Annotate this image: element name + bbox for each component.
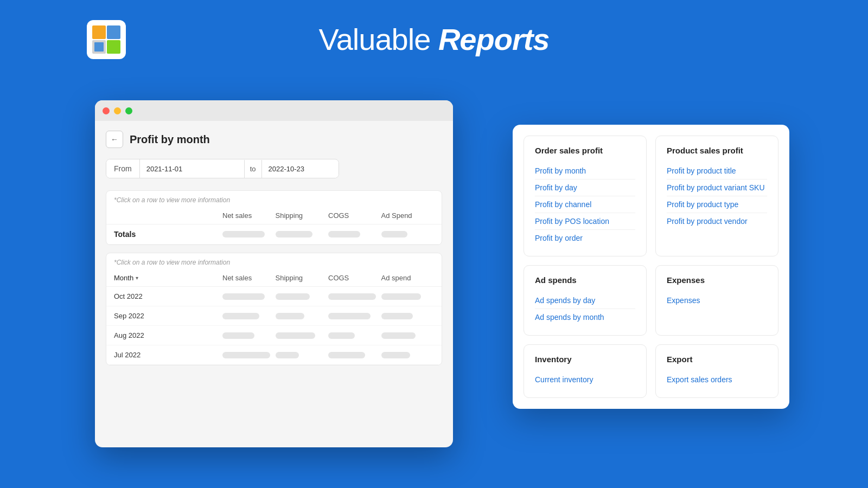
th-month-label: Month	[114, 274, 133, 282]
sep-adspend	[381, 313, 413, 319]
aug-cogs	[328, 332, 355, 339]
page-title: Profit by month	[130, 133, 210, 146]
jul-netsales	[222, 352, 270, 358]
aug-shipping	[276, 332, 315, 339]
menu-section-inventory: Inventory Current inventory	[524, 344, 647, 398]
aug-netsales	[222, 332, 254, 339]
oct-netsales	[222, 293, 265, 300]
menu-item-export-sales-orders[interactable]: Export sales orders	[667, 371, 767, 388]
menu-item-ad-spends-month[interactable]: Ad spends by month	[535, 309, 635, 325]
product-profit-title: Product sales profit	[667, 146, 767, 155]
th-adspend: Ad Spend	[381, 211, 435, 220]
totals-hint: *Click on a row to view more information	[106, 191, 442, 207]
back-icon: ←	[111, 135, 118, 144]
main-table-header: Month ▾ Net sales Shipping COGS Ad spend	[106, 269, 442, 287]
menu-section-order-profit: Order sales profit Profit by month Profi…	[524, 136, 647, 256]
inventory-title: Inventory	[535, 355, 635, 364]
menu-item-profit-day[interactable]: Profit by day	[535, 179, 635, 196]
window-dot-yellow[interactable]	[114, 107, 121, 114]
to-date-input[interactable]	[262, 160, 339, 178]
logo-cell-1	[92, 25, 106, 39]
totals-cogs-skeleton	[328, 231, 360, 237]
th-month[interactable]: Month ▾	[114, 274, 222, 282]
logo-cell-3	[92, 40, 106, 54]
month-jul2022: Jul 2022	[114, 351, 222, 359]
totals-table-section: *Click on a row to view more information…	[106, 190, 442, 245]
expenses-title: Expenses	[667, 275, 767, 285]
month-aug2022: Aug 2022	[114, 331, 222, 339]
totals-table-header: Net sales Shipping COGS Ad Spend	[106, 207, 442, 224]
menu-item-profit-channel[interactable]: Profit by channel	[535, 196, 635, 213]
month-oct2022: Oct 2022	[114, 292, 222, 300]
menu-section-export: Export Export sales orders	[655, 344, 778, 398]
to-label: to	[244, 160, 262, 178]
back-button[interactable]: ←	[106, 131, 123, 148]
totals-label: Totals	[114, 230, 222, 239]
th-cogs: COGS	[328, 211, 381, 220]
order-profit-title: Order sales profit	[535, 146, 635, 155]
menu-item-profit-vendor[interactable]: Profit by product vendor	[667, 213, 767, 229]
menu-item-profit-sku[interactable]: Profit by product variant SKU	[667, 179, 767, 196]
menu-item-expenses[interactable]: Expenses	[667, 292, 767, 309]
sort-icon: ▾	[136, 275, 138, 281]
main-table-section: *Click on a row to view more information…	[106, 253, 442, 365]
export-title: Export	[667, 355, 767, 364]
window-dot-red[interactable]	[103, 107, 110, 114]
sep-shipping	[276, 313, 305, 319]
th-adspend-main: Ad spend	[381, 274, 435, 282]
page-heading: Valuable Reports	[319, 22, 550, 57]
totals-row[interactable]: Totals	[106, 224, 442, 245]
jul-cogs	[328, 352, 365, 358]
menu-section-product-profit: Product sales profit Profit by product t…	[655, 136, 778, 256]
th-empty	[114, 211, 222, 220]
jul-adspend	[381, 352, 411, 358]
logo-area	[87, 20, 126, 59]
menu-item-profit-month[interactable]: Profit by month	[535, 163, 635, 179]
menu-item-current-inventory[interactable]: Current inventory	[535, 371, 635, 388]
aug-adspend	[381, 332, 416, 339]
sep-cogs	[328, 313, 371, 319]
jul-shipping	[276, 352, 299, 358]
header: Valuable Reports	[0, 0, 868, 73]
menu-item-profit-type[interactable]: Profit by product type	[667, 196, 767, 213]
title-light: Valuable	[319, 22, 438, 56]
logo-cell-2	[107, 25, 120, 39]
menu-item-ad-spends-day[interactable]: Ad spends by day	[535, 292, 635, 309]
oct-shipping	[276, 293, 310, 300]
th-netsales: Net sales	[222, 211, 276, 220]
from-date-input[interactable]	[140, 160, 244, 178]
totals-adspend-skeleton	[381, 231, 408, 237]
dropdown-panel: Order sales profit Profit by month Profi…	[513, 125, 789, 409]
row-aug2022[interactable]: Aug 2022	[106, 326, 442, 345]
oct-cogs	[328, 293, 376, 300]
menu-item-profit-order[interactable]: Profit by order	[535, 230, 635, 246]
browser-window: ← Profit by month From to Refresh *Click…	[95, 100, 453, 447]
logo-cell-4	[107, 40, 120, 54]
ad-spends-title: Ad spends	[535, 275, 635, 285]
title-bold: Reports	[438, 22, 550, 56]
row-jul2022[interactable]: Jul 2022	[106, 345, 442, 365]
window-dot-green[interactable]	[125, 107, 132, 114]
th-shipping: Shipping	[276, 211, 329, 220]
month-sep2022: Sep 2022	[114, 312, 222, 320]
window-content: ← Profit by month From to Refresh *Click…	[95, 121, 453, 447]
menu-item-profit-product-title[interactable]: Profit by product title	[667, 163, 767, 179]
oct-adspend	[381, 293, 421, 300]
row-sep2022[interactable]: Sep 2022	[106, 306, 442, 326]
filter-bar: From to Refresh	[106, 159, 339, 178]
th-netsales-main: Net sales	[222, 274, 276, 282]
main-hint: *Click on a row to view more information	[106, 253, 442, 269]
logo-inner	[92, 25, 120, 54]
menu-item-profit-pos[interactable]: Profit by POS location	[535, 213, 635, 230]
sep-netsales	[222, 313, 259, 319]
totals-netsales-skeleton	[222, 231, 265, 237]
menu-section-ad-spends: Ad spends Ad spends by day Ad spends by …	[524, 265, 647, 336]
th-cogs-main: COGS	[328, 274, 381, 282]
totals-shipping-skeleton	[276, 231, 312, 237]
th-shipping-main: Shipping	[276, 274, 329, 282]
logo-box	[87, 20, 126, 59]
window-titlebar	[95, 100, 453, 121]
from-label: From	[106, 159, 140, 178]
page-header: ← Profit by month	[106, 131, 442, 148]
row-oct2022[interactable]: Oct 2022	[106, 287, 442, 306]
